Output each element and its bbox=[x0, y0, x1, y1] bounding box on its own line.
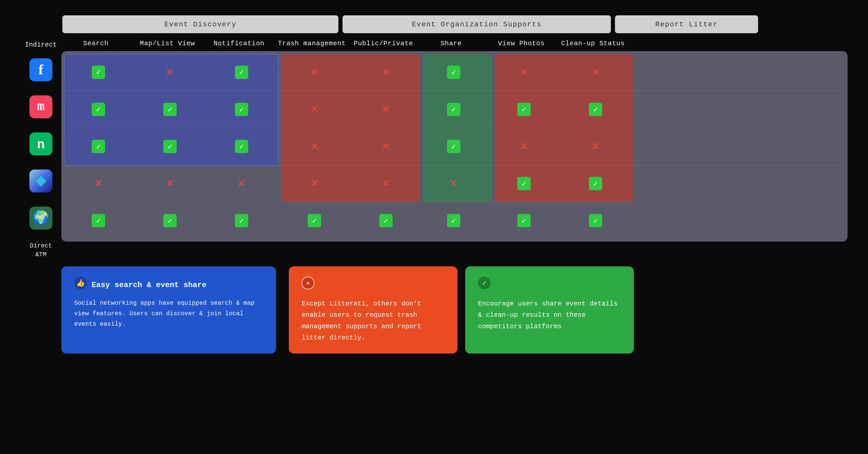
check-icon: ✓ bbox=[517, 214, 531, 227]
callout-spacer bbox=[21, 266, 61, 354]
event-discovery-label: Event Discovery bbox=[164, 21, 237, 28]
check-icon: ✓ bbox=[235, 140, 248, 153]
col-header-trash: Trash management bbox=[274, 40, 350, 47]
check-icon: ✓ bbox=[163, 140, 177, 153]
app-tm-wrapper: 🌍 bbox=[21, 200, 61, 237]
x-icon: ✕ bbox=[311, 177, 318, 190]
check-icon: ✓ bbox=[447, 140, 460, 153]
cell-nd-search: ✓ bbox=[64, 140, 133, 153]
app-meetup-icon: m bbox=[29, 95, 53, 118]
x-icon: ✕ bbox=[382, 140, 390, 153]
check-icon: ✓ bbox=[589, 103, 602, 116]
col-header-spacer: Indirect bbox=[21, 38, 61, 49]
callout-blue-header: 👍 Easy search & event share bbox=[74, 277, 263, 294]
cell-fb-cleanup: ✕ bbox=[560, 66, 631, 79]
cell-mu-viewphotos: ✓ bbox=[488, 103, 560, 116]
cell-fb-maplist: ✕ bbox=[133, 66, 207, 79]
app-facebook-icon: f bbox=[29, 58, 53, 81]
check-icon: ✓ bbox=[92, 66, 105, 79]
callout-green: ✓ Encourage users share event details & … bbox=[465, 266, 634, 354]
col-header-search: Search bbox=[61, 40, 130, 47]
x-icon: ✕ bbox=[238, 177, 245, 190]
check-icon: ✓ bbox=[235, 214, 248, 227]
nextdoor-n: n bbox=[37, 137, 45, 151]
cell-fb-search: ✓ bbox=[64, 66, 133, 79]
cell-tm-cleanup: ✓ bbox=[560, 214, 631, 227]
col-header-cleanup: Clean-up Status bbox=[557, 40, 629, 47]
cell-mu-share: ✓ bbox=[419, 103, 488, 116]
check-icon: ✓ bbox=[379, 214, 393, 227]
cell-li-viewphotos: ✓ bbox=[488, 177, 560, 190]
x-icon: ✕ bbox=[592, 66, 599, 79]
cell-tm-notif: ✓ bbox=[207, 214, 276, 227]
cell-mu-cleanup: ✓ bbox=[560, 103, 631, 116]
cell-mu-trash: ✕ bbox=[276, 103, 353, 116]
cell-mu-pubpriv: ✕ bbox=[353, 103, 419, 116]
check-icon: ✓ bbox=[163, 214, 177, 227]
cell-tm-viewphotos: ✓ bbox=[488, 214, 560, 227]
callout-orange-body: Except Litterati, others don't enable us… bbox=[302, 298, 445, 343]
callout-green-body: Encourage users share event details & cl… bbox=[478, 298, 621, 332]
grid-area: f m n bbox=[21, 51, 847, 242]
app-litterati-wrapper bbox=[21, 162, 61, 200]
app-meetup-wrapper: m bbox=[21, 88, 61, 125]
check-icon: ✓ bbox=[308, 214, 321, 227]
check-icon: ✓ bbox=[447, 66, 460, 79]
cell-li-trash: ✕ bbox=[276, 177, 353, 190]
cell-nd-pubpriv: ✕ bbox=[353, 140, 419, 153]
col-header-notification: Notification bbox=[205, 40, 274, 47]
check-icon: ✓ bbox=[92, 214, 105, 227]
check-icon: ✓ bbox=[92, 103, 105, 116]
x-icon: ✕ bbox=[95, 177, 102, 190]
x-circle-icon: ✕ bbox=[302, 277, 314, 290]
cell-nd-cleanup: ✕ bbox=[560, 140, 631, 153]
table-row: ✓ ✓ ✓ ✕ ✕ ✓ bbox=[64, 128, 845, 165]
check-icon: ✓ bbox=[163, 103, 177, 116]
x-icon: ✕ bbox=[311, 140, 318, 153]
cell-tm-share: ✓ bbox=[419, 214, 488, 227]
cell-tm-maplist: ✓ bbox=[133, 214, 207, 227]
cell-nd-notif: ✓ bbox=[207, 140, 276, 153]
cell-li-maplist: ✕ bbox=[133, 177, 207, 190]
table-row: ✓ ✓ ✓ ✕ ✕ ✓ bbox=[64, 91, 845, 128]
table-row: ✕ ✕ ✕ ✕ ✕ ✕ bbox=[64, 165, 845, 202]
cell-mu-notif: ✓ bbox=[207, 103, 276, 116]
check-icon: ✓ bbox=[517, 177, 531, 190]
x-icon: ✕ bbox=[520, 66, 528, 79]
cat-event-org: Event Organization Supports bbox=[342, 16, 611, 33]
app-litterati-icon bbox=[29, 170, 53, 192]
callout-orange: ✕ Except Litterati, others don't enable … bbox=[289, 266, 458, 354]
header-row: Event Discovery Event Organization Suppo… bbox=[21, 16, 847, 33]
cell-li-notif: ✕ bbox=[207, 177, 276, 190]
check-icon: ✓ bbox=[589, 214, 602, 227]
callout-green-header: ✓ bbox=[478, 277, 621, 294]
cell-nd-maplist: ✓ bbox=[133, 140, 207, 153]
cell-nd-viewphotos: ✕ bbox=[488, 140, 560, 153]
cell-nd-trash: ✕ bbox=[276, 140, 353, 153]
cell-li-cleanup: ✓ bbox=[560, 177, 631, 190]
x-icon: ✕ bbox=[592, 140, 599, 153]
meetup-m: m bbox=[37, 100, 45, 114]
direct-label-row: Direct&TM bbox=[21, 242, 847, 259]
x-icon: ✕ bbox=[311, 66, 318, 79]
cat-event-discovery: Event Discovery bbox=[62, 16, 338, 33]
callout-blue: 👍 Easy search & event share Social netwo… bbox=[61, 266, 276, 354]
table-row: ✓ ✕ ✓ ✕ ✕ ✓ bbox=[64, 54, 845, 91]
cell-li-search: ✕ bbox=[64, 177, 133, 190]
check-icon: ✓ bbox=[447, 214, 460, 227]
cell-fb-share: ✓ bbox=[419, 66, 488, 79]
col-header-viewphotos: View Photos bbox=[486, 40, 557, 47]
svg-marker-0 bbox=[35, 175, 47, 187]
cat-report-litter: Report Litter bbox=[615, 16, 758, 33]
cell-tm-trash: ✓ bbox=[276, 214, 353, 227]
check-circle-icon: ✓ bbox=[478, 277, 491, 290]
x-icon: ✕ bbox=[450, 177, 458, 190]
check-icon: ✓ bbox=[92, 140, 105, 153]
cell-nd-share: ✓ bbox=[419, 140, 488, 153]
check-icon: ✓ bbox=[517, 103, 531, 116]
direct-label: Direct&TM bbox=[21, 242, 61, 259]
callout-orange-header: ✕ bbox=[302, 277, 445, 294]
apps-column: f m n bbox=[21, 51, 61, 242]
app-tm-icon: 🌍 bbox=[29, 207, 53, 230]
app-facebook-wrapper: f bbox=[21, 51, 61, 88]
